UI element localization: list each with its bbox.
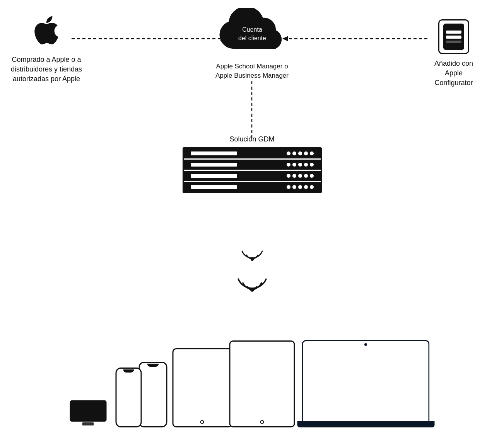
wifi-device-icon xyxy=(237,269,268,295)
iphone-2 xyxy=(138,362,167,427)
iphone-1 xyxy=(115,368,142,427)
svg-text:Cuenta: Cuenta xyxy=(242,26,262,33)
configurator-label: Añadido con Apple Configurator xyxy=(419,59,489,88)
cloud-subtitle: Apple School Manager o Apple Business Ma… xyxy=(210,62,295,80)
configurator-section: Añadido con Apple Configurator xyxy=(419,19,489,88)
apple-label: Comprado a Apple o a distribuidores y ti… xyxy=(8,55,85,84)
ipad-2 xyxy=(229,340,295,427)
apple-logo-icon xyxy=(29,15,64,50)
server-rack xyxy=(183,147,322,193)
macbook xyxy=(302,340,434,427)
gdm-label: Solución GDM xyxy=(175,135,330,143)
tv-device xyxy=(70,400,106,425)
server-row-1 xyxy=(184,148,321,160)
devices-section xyxy=(70,340,434,427)
wifi-server-icon xyxy=(241,243,264,264)
apple-section: Comprado a Apple o a distribuidores y ti… xyxy=(8,15,85,84)
ipad-1 xyxy=(172,348,232,427)
diagram-container: Comprado a Apple o a distribuidores y ti… xyxy=(0,0,504,439)
gdm-section: Solución GDM xyxy=(175,135,330,193)
cloud-icon: Cuenta del cliente xyxy=(214,8,291,58)
server-row-2 xyxy=(184,160,321,171)
cloud-section: Cuenta del cliente Apple School Manager … xyxy=(210,8,295,80)
svg-text:del cliente: del cliente xyxy=(238,35,266,41)
macbook-base xyxy=(297,421,434,427)
macbook-screen xyxy=(302,340,429,421)
iphones-group xyxy=(115,362,167,427)
server-row-4 xyxy=(184,182,321,192)
configurator-icon xyxy=(438,19,469,54)
server-row-3 xyxy=(184,171,321,182)
svg-point-7 xyxy=(251,258,254,261)
ipads-group xyxy=(172,340,295,427)
